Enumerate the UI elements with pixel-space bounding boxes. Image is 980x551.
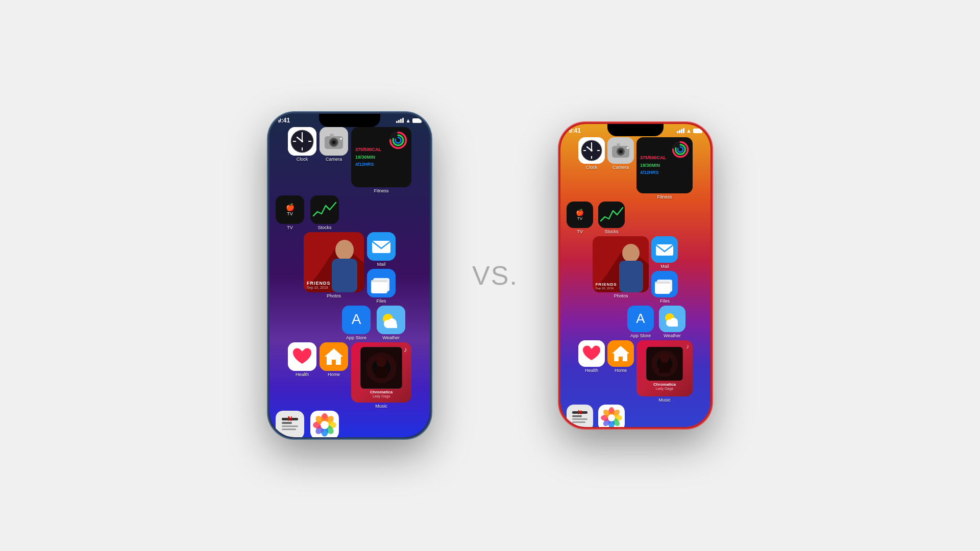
red-fitness-widget[interactable]: 375/500CAL 19/30MIN 4/12HRS Fitness: [636, 137, 693, 199]
phone-blue: 9:41 ▲: [268, 112, 431, 439]
red-photos-widget[interactable]: FRIENDS Sep 10, 2019 Photos: [593, 236, 649, 298]
signal-icon-red: [677, 128, 684, 133]
fitness-ring: [389, 131, 407, 152]
camera-label: Camera: [326, 157, 342, 162]
battery-icon: [412, 118, 422, 123]
app-music-widget[interactable]: ♪: [351, 342, 411, 409]
app-stocks[interactable]: Stocks: [310, 195, 339, 230]
svg-point-63: [321, 421, 329, 429]
red-stocks-img: [598, 202, 625, 228]
red-side-vol-down: [559, 223, 560, 246]
red-photos-widget-img: FRIENDS Sep 10, 2019: [593, 236, 649, 292]
red-stocks-label: Stocks: [604, 229, 618, 234]
music-widget-label: Music: [375, 404, 387, 409]
red-side-power: [711, 203, 712, 236]
appstore-svg: A: [342, 306, 371, 334]
red-row-1: Clock: [566, 137, 705, 199]
app-tv[interactable]: 🍎 TV TV: [276, 195, 304, 230]
files-label: Files: [377, 298, 386, 304]
red-side-vol-up: [559, 195, 560, 218]
signal-icon: [396, 118, 404, 123]
app-health[interactable]: Health: [288, 342, 316, 377]
wifi-icon-red: ▲: [686, 128, 692, 134]
app-news[interactable]: N News: [276, 411, 304, 437]
app-weather[interactable]: Weather: [377, 306, 405, 340]
red-news[interactable]: N News: [567, 405, 593, 427]
red-home-img: [607, 340, 634, 367]
red-row-6: N News: [566, 405, 705, 427]
mail-label: Mail: [377, 262, 386, 267]
app-camera[interactable]: Camera: [320, 127, 348, 162]
red-tv-img: 🍎 TV: [567, 202, 593, 228]
appstore-label: App Store: [346, 335, 366, 340]
app-fitness-widget[interactable]: 375/500CAL 19/30MIN 4/12HRS Fitness: [351, 127, 411, 193]
svg-rect-51: [282, 425, 298, 427]
stocks-icon-img: [310, 195, 339, 224]
svg-rect-127: [659, 363, 670, 373]
app-home[interactable]: Home: [320, 342, 348, 377]
red-home[interactable]: Home: [607, 340, 634, 373]
svg-text:A: A: [636, 311, 645, 326]
news-icon-img: N: [276, 411, 304, 437]
red-clock[interactable]: Clock: [578, 137, 605, 170]
appstore-icon-img: A: [342, 306, 371, 334]
svg-rect-39: [387, 324, 397, 328]
red-camera-img: [607, 137, 634, 164]
svg-rect-26: [332, 259, 357, 292]
red-health[interactable]: Health: [578, 340, 605, 373]
red-fitness-label: Fitness: [657, 194, 672, 199]
notch-red: [607, 124, 664, 136]
red-stocks[interactable]: Stocks: [598, 202, 625, 234]
red-tv[interactable]: 🍎 TV TV: [567, 202, 593, 234]
red-side-mute: [559, 175, 560, 188]
red-camera-label: Camera: [612, 165, 629, 170]
side-btn-vol-up: [268, 195, 269, 221]
home-svg: [320, 342, 348, 371]
app-photos-widget[interactable]: FRIENDS Sep 10, 2019 Photos: [304, 232, 364, 298]
app-photos[interactable]: Photos: [310, 411, 339, 437]
phone-red: 9:41 ▲: [559, 122, 712, 429]
red-fitness-ring: [672, 141, 689, 160]
app-mail[interactable]: Mail: [367, 232, 396, 267]
music-info: Chromatica Lady Gaga: [370, 389, 393, 398]
album-svg: [361, 347, 402, 388]
apple-tv-logo: 🍎 TV: [286, 203, 295, 216]
red-music-widget[interactable]: ♪: [636, 340, 693, 403]
health-svg: [288, 342, 316, 371]
stocks-label: Stocks: [318, 225, 332, 230]
app-files[interactable]: Files: [367, 269, 396, 304]
red-files[interactable]: Files: [651, 271, 678, 304]
app-clock[interactable]: Clock: [288, 127, 316, 162]
red-fitness-img: 375/500CAL 19/30MIN 4/12HRS: [636, 137, 693, 193]
app-row-3: FRIENDS Sep 10, 2019 Photos: [275, 232, 425, 304]
status-icons-red: ▲: [677, 128, 702, 134]
red-tv-label: TV: [577, 229, 583, 234]
red-mail-img: [651, 236, 678, 263]
red-files-img: [651, 271, 678, 297]
photos-widget-img: FRIENDS Sep 10, 2019: [304, 232, 364, 292]
red-mail-files: Mail Files: [651, 236, 678, 304]
red-weather[interactable]: Weather: [659, 306, 685, 338]
app-appstore[interactable]: A App Store: [342, 306, 371, 340]
red-health-label: Health: [585, 368, 598, 373]
svg-rect-52: [282, 429, 296, 430]
red-camera[interactable]: Camera: [607, 137, 634, 170]
clock-label: Clock: [297, 157, 308, 162]
mail-svg: [367, 232, 396, 261]
side-btn-vol-down: [268, 226, 269, 252]
red-mail[interactable]: Mail: [651, 236, 678, 269]
svg-rect-22: [310, 195, 339, 224]
photos-bg: FRIENDS Sep 10, 2019: [304, 232, 364, 292]
red-photos2[interactable]: Photos: [598, 405, 625, 427]
photos-icon-img: [310, 411, 339, 437]
svg-rect-108: [656, 244, 673, 256]
red-clock-img: [578, 137, 605, 164]
photos-widget-label: Photos: [327, 293, 341, 298]
mail-icon-img: [367, 232, 396, 261]
red-photos-widget-label: Photos: [614, 293, 628, 298]
red-news-img: N: [567, 405, 593, 427]
news-svg: N: [276, 411, 304, 437]
files-svg: [367, 269, 396, 297]
camera-icon-img: [320, 127, 348, 156]
red-appstore[interactable]: A App Store: [627, 306, 654, 338]
